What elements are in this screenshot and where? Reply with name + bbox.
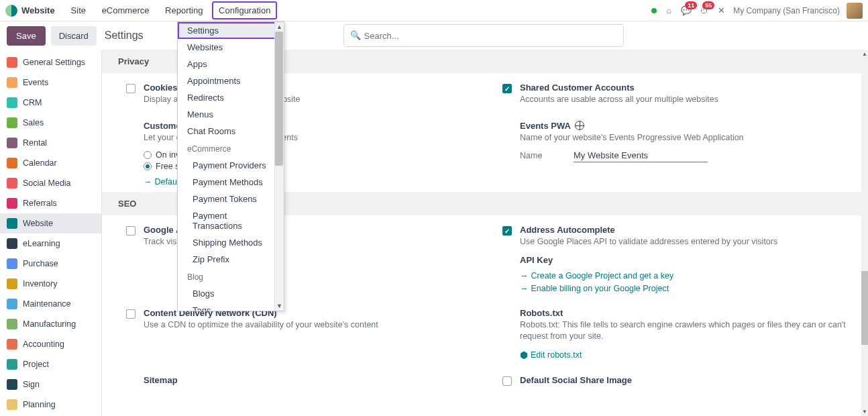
cookies-checkbox[interactable] (126, 84, 135, 93)
sidebar-item-inventory[interactable]: Inventory (0, 274, 101, 294)
pwa-name-input[interactable] (574, 149, 708, 162)
dd-item-settings[interactable]: Settings (178, 22, 284, 39)
sidebar-icon (7, 299, 17, 309)
debug-icon[interactable]: ☼ (663, 5, 674, 16)
activities-icon[interactable]: ⏱55 (698, 5, 709, 16)
sidebar-item-planning[interactable]: Planning (0, 395, 101, 415)
sidebar-item-project[interactable]: Project (0, 354, 101, 374)
sidebar-item-social-media[interactable]: Social Media (0, 173, 101, 193)
sidebar-item-maintenance[interactable]: Maintenance (0, 294, 101, 314)
sidebar-icon (7, 238, 17, 249)
events-pwa-title: Events PWA (520, 121, 852, 131)
create-google-project-link[interactable]: →Create a Google Project and get a key (520, 271, 673, 280)
dd-item-chat-rooms[interactable]: Chat Rooms (178, 123, 284, 140)
dd-item-payment-transactions[interactable]: Payment Transactions (178, 207, 284, 234)
configuration-dropdown: SettingsWebsitesAppsAppointmentsRedirect… (177, 21, 284, 311)
save-button[interactable]: Save (7, 26, 46, 46)
sidebar-item-sales[interactable]: Sales (0, 113, 101, 133)
action-bar: Save Discard Settings 🔍 (0, 21, 868, 50)
app-logo-icon (5, 5, 17, 17)
content-scrollbar[interactable]: ▲ ▼ (861, 50, 868, 416)
sidebar-item-purchase[interactable]: Purchase (0, 254, 101, 274)
social-share-checkbox[interactable] (502, 376, 512, 386)
sidebar-icon (7, 399, 17, 410)
sidebar-icon (7, 339, 17, 350)
edit-robots-link[interactable]: ⬢Edit robots.txt (520, 350, 582, 360)
dd-item-blogs[interactable]: Blogs (178, 285, 284, 302)
sidebar-icon (7, 77, 17, 88)
tools-icon[interactable]: ✕ (716, 5, 726, 16)
google-analytics-checkbox[interactable] (126, 226, 135, 236)
dd-group-header: eCommerce (178, 141, 284, 157)
sidebar-icon (7, 158, 17, 168)
dd-item-tags[interactable]: Tags (178, 302, 284, 311)
cdn-checkbox[interactable] (126, 309, 135, 319)
company-selector[interactable]: My Company (San Francisco) (733, 6, 840, 15)
dd-item-websites[interactable]: Websites (178, 39, 284, 56)
dd-group-header: Blog (178, 269, 284, 285)
app-brand[interactable]: Website (21, 5, 55, 15)
sidebar-icon (7, 359, 17, 370)
sidebar-icon (7, 258, 17, 269)
nav-configuration[interactable]: Configuration (212, 1, 277, 19)
dd-item-payment-tokens[interactable]: Payment Tokens (178, 191, 284, 207)
shared-accounts-title: Shared Customer Accounts (520, 83, 852, 93)
top-nav: Site eCommerce Reporting Configuration (64, 1, 278, 19)
dropdown-scrollbar[interactable]: ▲ ▼ (274, 22, 284, 311)
default-access-link[interactable]: →Defaul (144, 177, 179, 187)
address-autocomplete-checkbox[interactable] (502, 226, 512, 236)
dd-item-payment-methods[interactable]: Payment Methods (178, 174, 284, 191)
nav-site[interactable]: Site (64, 1, 93, 19)
settings-sidebar: General SettingsEventsCRMSalesRentalCale… (0, 50, 102, 416)
sidebar-item-referrals[interactable]: Referrals (0, 193, 101, 213)
search-icon: 🔍 (350, 30, 361, 40)
sidebar-item-elearning[interactable]: eLearning (0, 233, 101, 254)
sidebar-icon (7, 138, 17, 148)
sidebar-icon (7, 278, 17, 289)
discard-button[interactable]: Discard (51, 26, 97, 46)
sidebar-item-general-settings[interactable]: General Settings (0, 52, 101, 72)
globe-icon (575, 121, 584, 130)
dd-item-menus[interactable]: Menus (178, 106, 284, 123)
sidebar-icon (7, 319, 17, 329)
user-avatar[interactable] (847, 3, 863, 19)
sidebar-item-website[interactable]: Website (0, 213, 101, 233)
sidebar-icon (7, 97, 17, 108)
dd-item-apps[interactable]: Apps (178, 56, 284, 72)
enable-billing-link[interactable]: →Enable billing on your Google Project (520, 284, 669, 293)
sidebar-icon (7, 218, 17, 229)
status-indicator-icon (651, 8, 657, 13)
topbar: Website Site eCommerce Reporting Configu… (0, 0, 868, 21)
dd-item-zip-prefix[interactable]: Zip Prefix (178, 251, 284, 268)
topbar-right: ☼ 💬11 ⏱55 ✕ My Company (San Francisco) (651, 3, 863, 19)
sidebar-item-manufacturing[interactable]: Manufacturing (0, 314, 101, 334)
nav-ecommerce[interactable]: eCommerce (95, 1, 156, 19)
sidebar-item-rental[interactable]: Rental (0, 133, 101, 153)
breadcrumb: Settings (105, 30, 144, 42)
sidebar-icon (7, 178, 17, 189)
sidebar-icon (7, 198, 17, 209)
dd-item-shipping-methods[interactable]: Shipping Methods (178, 234, 284, 251)
sidebar-icon (7, 57, 17, 68)
messages-icon[interactable]: 💬11 (681, 5, 692, 16)
nav-reporting[interactable]: Reporting (158, 1, 209, 19)
shared-accounts-checkbox[interactable] (502, 84, 512, 93)
sidebar-item-accounting[interactable]: Accounting (0, 334, 101, 354)
sidebar-item-calendar[interactable]: Calendar (0, 153, 101, 173)
dd-item-payment-providers[interactable]: Payment Providers (178, 157, 284, 174)
sidebar-icon (7, 379, 17, 390)
sidebar-item-sign[interactable]: Sign (0, 374, 101, 395)
sidebar-item-crm[interactable]: CRM (0, 93, 101, 113)
sidebar-item-events[interactable]: Events (0, 72, 101, 93)
dd-item-redirects[interactable]: Redirects (178, 89, 284, 106)
dd-item-appointments[interactable]: Appointments (178, 72, 284, 89)
search-input[interactable] (343, 24, 624, 47)
sidebar-icon (7, 117, 17, 128)
